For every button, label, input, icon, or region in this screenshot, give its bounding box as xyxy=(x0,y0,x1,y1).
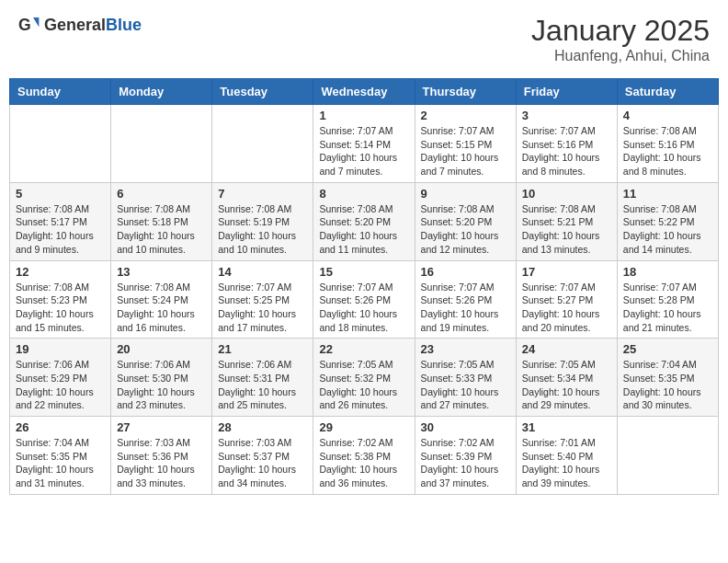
calendar-week-row: 19Sunrise: 7:06 AMSunset: 5:29 PMDayligh… xyxy=(10,339,719,417)
day-info: Sunrise: 7:05 AMSunset: 5:32 PMDaylight:… xyxy=(319,358,408,412)
day-number: 10 xyxy=(522,187,611,201)
calendar-cell: 29Sunrise: 7:02 AMSunset: 5:38 PMDayligh… xyxy=(313,417,415,495)
calendar-week-row: 26Sunrise: 7:04 AMSunset: 5:35 PMDayligh… xyxy=(10,417,719,495)
day-info: Sunrise: 7:08 AMSunset: 5:23 PMDaylight:… xyxy=(16,281,105,335)
calendar-cell xyxy=(617,417,718,495)
calendar-cell: 15Sunrise: 7:07 AMSunset: 5:26 PMDayligh… xyxy=(313,260,415,339)
title-area: January 2025 Huanfeng, Anhui, China xyxy=(531,14,710,64)
location-title: Huanfeng, Anhui, China xyxy=(531,48,710,64)
day-number: 7 xyxy=(218,187,307,201)
day-number: 30 xyxy=(421,420,510,434)
day-info: Sunrise: 7:06 AMSunset: 5:31 PMDaylight:… xyxy=(218,358,307,412)
day-number: 13 xyxy=(117,265,206,279)
day-info: Sunrise: 7:08 AMSunset: 5:16 PMDaylight:… xyxy=(623,124,712,178)
svg-marker-1 xyxy=(33,17,39,27)
calendar-cell: 30Sunrise: 7:02 AMSunset: 5:39 PMDayligh… xyxy=(415,417,516,495)
calendar-cell: 23Sunrise: 7:05 AMSunset: 5:33 PMDayligh… xyxy=(415,339,516,417)
day-info: Sunrise: 7:01 AMSunset: 5:40 PMDaylight:… xyxy=(522,436,611,490)
day-info: Sunrise: 7:08 AMSunset: 5:24 PMDaylight:… xyxy=(117,281,206,335)
calendar-cell: 27Sunrise: 7:03 AMSunset: 5:36 PMDayligh… xyxy=(111,417,212,495)
day-info: Sunrise: 7:07 AMSunset: 5:16 PMDaylight:… xyxy=(522,124,611,178)
day-number: 1 xyxy=(319,109,408,122)
weekday-header: Friday xyxy=(516,79,617,105)
day-number: 6 xyxy=(117,187,206,201)
calendar-cell: 7Sunrise: 7:08 AMSunset: 5:19 PMDaylight… xyxy=(212,182,313,260)
calendar-cell: 6Sunrise: 7:08 AMSunset: 5:18 PMDaylight… xyxy=(111,182,212,260)
calendar-cell: 10Sunrise: 7:08 AMSunset: 5:21 PMDayligh… xyxy=(516,182,617,260)
day-info: Sunrise: 7:02 AMSunset: 5:38 PMDaylight:… xyxy=(319,436,408,490)
day-number: 3 xyxy=(522,109,611,122)
day-number: 25 xyxy=(623,342,712,356)
day-info: Sunrise: 7:08 AMSunset: 5:20 PMDaylight:… xyxy=(421,202,510,257)
calendar-cell xyxy=(212,105,313,183)
calendar-cell: 8Sunrise: 7:08 AMSunset: 5:20 PMDaylight… xyxy=(313,182,415,260)
calendar-cell: 31Sunrise: 7:01 AMSunset: 5:40 PMDayligh… xyxy=(516,417,617,495)
day-info: Sunrise: 7:04 AMSunset: 5:35 PMDaylight:… xyxy=(623,358,712,412)
weekday-header-row: SundayMondayTuesdayWednesdayThursdayFrid… xyxy=(10,79,719,105)
day-info: Sunrise: 7:04 AMSunset: 5:35 PMDaylight:… xyxy=(16,436,105,490)
calendar-cell: 25Sunrise: 7:04 AMSunset: 5:35 PMDayligh… xyxy=(617,339,718,417)
calendar-cell: 5Sunrise: 7:08 AMSunset: 5:17 PMDaylight… xyxy=(10,182,111,260)
day-info: Sunrise: 7:05 AMSunset: 5:34 PMDaylight:… xyxy=(522,358,611,412)
day-info: Sunrise: 7:07 AMSunset: 5:28 PMDaylight:… xyxy=(623,281,712,335)
day-info: Sunrise: 7:03 AMSunset: 5:36 PMDaylight:… xyxy=(117,436,206,490)
day-number: 17 xyxy=(522,265,611,279)
calendar-cell: 11Sunrise: 7:08 AMSunset: 5:22 PMDayligh… xyxy=(617,182,718,260)
calendar-cell: 13Sunrise: 7:08 AMSunset: 5:24 PMDayligh… xyxy=(111,260,212,339)
day-number: 2 xyxy=(421,109,510,122)
calendar-week-row: 5Sunrise: 7:08 AMSunset: 5:17 PMDaylight… xyxy=(10,182,719,260)
day-info: Sunrise: 7:07 AMSunset: 5:26 PMDaylight:… xyxy=(319,281,408,335)
day-number: 8 xyxy=(319,187,408,201)
day-number: 26 xyxy=(16,420,105,434)
day-number: 22 xyxy=(319,342,408,356)
calendar-table: SundayMondayTuesdayWednesdayThursdayFrid… xyxy=(9,78,719,495)
day-info: Sunrise: 7:02 AMSunset: 5:39 PMDaylight:… xyxy=(421,436,510,490)
calendar-cell xyxy=(111,105,212,183)
day-info: Sunrise: 7:08 AMSunset: 5:17 PMDaylight:… xyxy=(16,202,105,257)
day-info: Sunrise: 7:06 AMSunset: 5:30 PMDaylight:… xyxy=(117,358,206,412)
day-number: 14 xyxy=(218,265,307,279)
calendar-cell: 18Sunrise: 7:07 AMSunset: 5:28 PMDayligh… xyxy=(617,260,718,339)
weekday-header: Saturday xyxy=(617,79,718,105)
day-number: 24 xyxy=(522,342,611,356)
weekday-header: Tuesday xyxy=(212,79,313,105)
day-info: Sunrise: 7:07 AMSunset: 5:15 PMDaylight:… xyxy=(421,124,510,178)
calendar-cell: 9Sunrise: 7:08 AMSunset: 5:20 PMDaylight… xyxy=(415,182,516,260)
month-title: January 2025 xyxy=(531,14,710,48)
day-number: 28 xyxy=(218,420,307,434)
calendar-cell: 2Sunrise: 7:07 AMSunset: 5:15 PMDaylight… xyxy=(415,105,516,183)
calendar-cell: 16Sunrise: 7:07 AMSunset: 5:26 PMDayligh… xyxy=(415,260,516,339)
day-number: 11 xyxy=(623,187,712,201)
day-number: 16 xyxy=(421,265,510,279)
page-header: G GeneralBlue January 2025 Huanfeng, Anh… xyxy=(9,9,719,69)
weekday-header: Thursday xyxy=(415,79,516,105)
calendar-cell: 22Sunrise: 7:05 AMSunset: 5:32 PMDayligh… xyxy=(313,339,415,417)
day-number: 4 xyxy=(623,109,712,122)
day-number: 5 xyxy=(16,187,105,201)
day-info: Sunrise: 7:08 AMSunset: 5:21 PMDaylight:… xyxy=(522,202,611,257)
weekday-header: Wednesday xyxy=(313,79,415,105)
weekday-header: Monday xyxy=(111,79,212,105)
logo-icon: G xyxy=(18,14,40,36)
weekday-header: Sunday xyxy=(10,79,111,105)
calendar-cell xyxy=(10,105,111,183)
logo-blue: Blue xyxy=(106,16,142,34)
calendar-week-row: 12Sunrise: 7:08 AMSunset: 5:23 PMDayligh… xyxy=(10,260,719,339)
logo: G GeneralBlue xyxy=(18,14,142,36)
calendar-cell: 20Sunrise: 7:06 AMSunset: 5:30 PMDayligh… xyxy=(111,339,212,417)
day-info: Sunrise: 7:05 AMSunset: 5:33 PMDaylight:… xyxy=(421,358,510,412)
calendar-week-row: 1Sunrise: 7:07 AMSunset: 5:14 PMDaylight… xyxy=(10,105,719,183)
day-info: Sunrise: 7:07 AMSunset: 5:14 PMDaylight:… xyxy=(319,124,408,178)
day-number: 15 xyxy=(319,265,408,279)
day-number: 19 xyxy=(16,342,105,356)
calendar-cell: 3Sunrise: 7:07 AMSunset: 5:16 PMDaylight… xyxy=(516,105,617,183)
calendar-cell: 14Sunrise: 7:07 AMSunset: 5:25 PMDayligh… xyxy=(212,260,313,339)
day-number: 31 xyxy=(522,420,611,434)
day-number: 23 xyxy=(421,342,510,356)
day-info: Sunrise: 7:03 AMSunset: 5:37 PMDaylight:… xyxy=(218,436,307,490)
day-info: Sunrise: 7:07 AMSunset: 5:25 PMDaylight:… xyxy=(218,281,307,335)
logo-general: General xyxy=(44,16,106,34)
calendar-cell: 1Sunrise: 7:07 AMSunset: 5:14 PMDaylight… xyxy=(313,105,415,183)
day-number: 29 xyxy=(319,420,408,434)
day-info: Sunrise: 7:07 AMSunset: 5:26 PMDaylight:… xyxy=(421,281,510,335)
